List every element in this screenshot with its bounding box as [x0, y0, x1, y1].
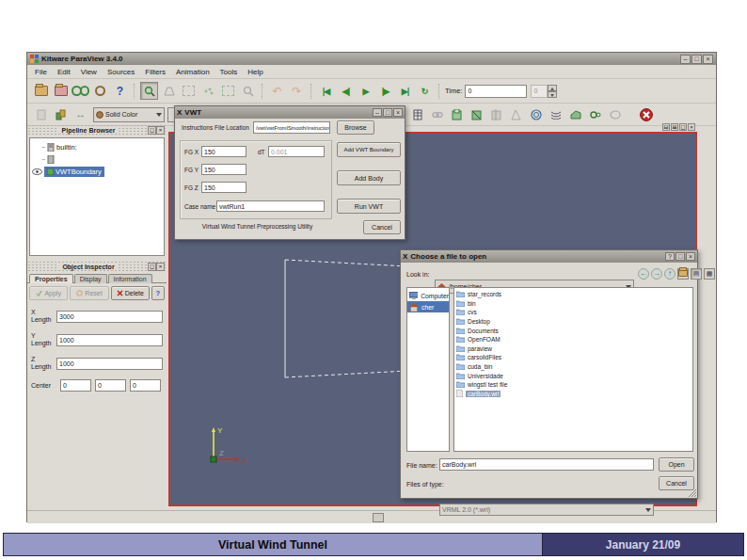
cell-data-icon[interactable] — [32, 105, 50, 123]
file-row[interactable]: bin — [454, 299, 692, 309]
browse-button[interactable]: Browse — [337, 120, 374, 135]
file-row[interactable]: paraview — [454, 344, 692, 354]
close-icon[interactable]: × — [703, 55, 713, 64]
place-home[interactable]: cher — [407, 301, 449, 312]
fg-x-input[interactable]: 150 — [201, 146, 246, 157]
tree-collapse-icon[interactable]: − — [41, 144, 45, 151]
new-folder-icon[interactable] — [677, 268, 689, 280]
x-length-input[interactable]: 3000 — [56, 311, 163, 323]
save-icon[interactable] — [52, 82, 70, 100]
pipeline-item-vwtboundary[interactable]: VWTBoundary — [32, 166, 162, 178]
menu-filters[interactable]: Filters — [145, 68, 166, 76]
tab-display[interactable]: Display — [74, 274, 107, 283]
center-z-input[interactable]: 0 — [130, 379, 161, 392]
apply-button[interactable]: Apply — [29, 286, 68, 300]
glyph-icon[interactable] — [586, 105, 604, 123]
color-by-combo[interactable]: Solid Color — [93, 107, 165, 122]
add-vwt-boundary-button[interactable]: Add VWT Boundary — [337, 142, 401, 157]
minimize-icon[interactable]: – — [680, 55, 691, 64]
menu-help[interactable]: Help — [247, 68, 262, 76]
disconnect-icon[interactable] — [91, 82, 109, 100]
file-row[interactable]: carsolidFiles — [454, 353, 692, 362]
frame-spinbox[interactable]: 0 — [531, 85, 548, 98]
slice-icon[interactable] — [487, 105, 505, 123]
vwt-cancel-button[interactable]: Cancel — [363, 220, 401, 234]
pipeline-item-source[interactable]: − — [32, 153, 162, 166]
color-legend-icon[interactable] — [52, 105, 70, 123]
group-datasets-icon[interactable] — [606, 105, 624, 123]
close-icon[interactable]: × — [393, 108, 403, 117]
contour-icon[interactable] — [527, 105, 545, 123]
z-length-input[interactable]: 1000 — [56, 358, 163, 370]
first-frame-icon[interactable]: |◀ — [317, 82, 335, 100]
center-y-input[interactable]: 0 — [95, 379, 126, 392]
y-length-input[interactable]: 1000 — [56, 334, 163, 346]
previous-frame-icon[interactable]: ◀| — [337, 82, 355, 100]
vwt-dialog-titlebar[interactable]: X VWT – □ × — [175, 106, 405, 119]
surface-select-icon[interactable] — [140, 82, 158, 100]
fg-z-input[interactable]: 150 — [201, 182, 246, 193]
close-panel-icon[interactable]: × — [156, 126, 165, 135]
menu-tools[interactable]: Tools — [220, 68, 238, 76]
close-icon[interactable]: × — [686, 252, 695, 261]
help-icon[interactable]: ? — [111, 82, 129, 100]
file-dialog-titlebar[interactable]: X Choose a file to open ? □ × — [401, 250, 697, 263]
menu-edit[interactable]: Edit — [57, 68, 71, 76]
forward-icon[interactable]: → — [651, 268, 662, 280]
stream-tracer-icon[interactable] — [547, 105, 564, 123]
file-row-selected[interactable]: carBody.wrl — [454, 390, 692, 399]
pipeline-selected-item[interactable]: VWTBoundary — [44, 167, 104, 177]
case-name-input[interactable]: vwtRun1 — [216, 200, 325, 212]
list-view-icon[interactable]: ▤ — [691, 268, 702, 280]
frustum-select-icon[interactable] — [160, 82, 178, 100]
center-x-input[interactable]: 0 — [60, 379, 91, 392]
file-row[interactable]: wingstl test file — [454, 380, 692, 390]
file-cancel-button[interactable]: Cancel — [659, 476, 694, 490]
object-inspector-header[interactable]: Object Inspector ◻ × — [27, 261, 167, 272]
calculator-icon[interactable] — [448, 105, 466, 123]
split-vertical-icon[interactable]: ⊞ — [671, 123, 678, 131]
file-type-combo[interactable]: VRML 2.0 (*.wrl) — [439, 504, 654, 516]
warp-icon[interactable] — [566, 105, 584, 123]
next-frame-icon[interactable]: |▶ — [376, 82, 394, 100]
frame-spinner[interactable] — [548, 85, 557, 98]
dt-input[interactable]: 0.001 — [268, 146, 325, 157]
file-row[interactable]: cvs — [454, 308, 692, 317]
dialog-help-icon[interactable]: ? — [665, 252, 675, 261]
add-body-button[interactable]: Add Body — [337, 170, 401, 185]
back-icon[interactable]: ← — [638, 268, 649, 280]
last-frame-icon[interactable]: ▶| — [396, 82, 414, 100]
menu-sources[interactable]: Sources — [107, 68, 135, 76]
tree-collapse-icon[interactable]: − — [41, 156, 45, 163]
file-row[interactable]: star_records — [454, 290, 692, 299]
float-panel-icon[interactable]: ◻ — [148, 263, 156, 271]
link-icon[interactable] — [428, 105, 446, 123]
rubber-band-select-icon[interactable] — [180, 82, 198, 100]
zoom-to-box-icon[interactable] — [239, 82, 257, 100]
run-vwt-button[interactable]: Run VWT — [337, 199, 401, 214]
clip-icon[interactable] — [468, 105, 485, 123]
file-row[interactable]: Documents — [454, 326, 692, 335]
open-icon[interactable] — [32, 82, 50, 100]
up-directory-icon[interactable]: ↑ — [664, 268, 675, 280]
menu-view[interactable]: View — [81, 68, 97, 76]
redo-icon[interactable]: ↷ — [288, 82, 306, 100]
time-input[interactable]: 0 — [465, 85, 527, 98]
tab-properties[interactable]: Properties — [29, 274, 73, 283]
open-button[interactable]: Open — [659, 457, 694, 472]
maximize-icon[interactable]: □ — [691, 55, 702, 64]
file-row[interactable]: OpenFOAM — [454, 335, 692, 344]
file-row[interactable]: Universidade — [454, 371, 692, 380]
delete-button[interactable]: Delete — [111, 286, 150, 300]
eye-icon[interactable] — [32, 168, 42, 175]
loop-icon[interactable]: ↻ — [416, 82, 434, 100]
maximize-icon[interactable]: □ — [383, 108, 392, 117]
rescale-range-icon[interactable]: ↔ — [72, 105, 89, 123]
undo-icon[interactable]: ↶ — [268, 82, 286, 100]
pipeline-item-builtin[interactable]: − builtin: — [32, 141, 162, 153]
resize-grip-icon[interactable] — [689, 489, 696, 497]
undock-view-icon[interactable]: ◻ — [679, 123, 687, 131]
menu-file[interactable]: File — [35, 68, 47, 76]
reset-button[interactable]: Reset — [70, 286, 108, 300]
connect-icon[interactable] — [72, 82, 89, 100]
